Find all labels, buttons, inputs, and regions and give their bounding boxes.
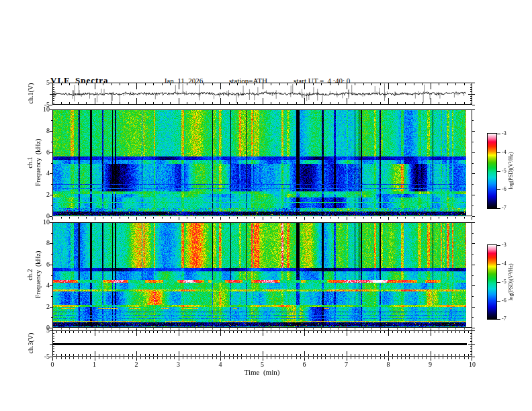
y-tick-label: 5: [30, 327, 50, 334]
x-tick-label: 0: [42, 361, 62, 369]
y-tick-label: 2: [30, 304, 50, 310]
y-tick-label: 4: [30, 170, 50, 177]
x-tick-label: 1: [85, 361, 105, 369]
y-tick-label: 8: [30, 128, 50, 134]
colorbar-tick: [497, 134, 500, 134]
x-tick-label: 3: [169, 361, 189, 369]
x-tick-label: 4: [210, 361, 230, 369]
x-tick-label: 6: [294, 361, 314, 369]
y-tick-label: 6: [30, 149, 50, 156]
x-tick-label: 10: [462, 361, 482, 369]
y-tick-label: 5: [30, 79, 50, 86]
colorbar-tick-label: -4: [502, 261, 506, 267]
colorbar-tick: [497, 301, 500, 302]
axis-ticks-overlay: [0, 0, 532, 411]
colorbar-tick-label: -6: [502, 187, 506, 192]
colorbar-tick: [497, 189, 500, 190]
x-tick-label: 5: [253, 361, 273, 369]
x-tick-label: 8: [378, 361, 398, 369]
colorbar-tick-label: -7: [502, 205, 506, 211]
colorbar-tick: [497, 282, 500, 283]
colorbar-tick: [497, 171, 500, 172]
colorbar-tick-label: -3: [502, 242, 506, 248]
colorbar-tick: [497, 245, 500, 246]
colorbar-tick: [497, 264, 500, 265]
x-tick-label: 7: [337, 361, 357, 369]
colorbar-tick: [497, 319, 500, 320]
colorbar-tick: [497, 208, 500, 209]
x-tick-label: 2: [126, 361, 146, 369]
colorbar-tick-label: -3: [502, 131, 506, 136]
y-tick-label: 6: [30, 261, 50, 268]
y-tick-label: 4: [30, 282, 50, 289]
colorbar-ch1: [488, 134, 496, 208]
colorbar-tick: [497, 152, 500, 153]
vlf-spectra-page: VLF Spectra Jan. 11, 2026 station=ATH st…: [0, 0, 532, 411]
colorbar-tick-label: -7: [502, 316, 506, 322]
y-tick-label: 2: [30, 191, 50, 198]
y-tick-label: -5: [30, 353, 50, 360]
colorbar-tick-label: -4: [502, 150, 506, 155]
x-axis-label: Time (min): [245, 368, 280, 376]
colorbar-ch2: [488, 245, 496, 319]
x-tick-label: 9: [420, 361, 441, 369]
y-tick-label: 10: [30, 219, 50, 226]
y-tick-label: 8: [30, 240, 50, 246]
colorbar-tick-label: -6: [502, 298, 506, 304]
y-tick-label: 10: [30, 106, 50, 113]
colorbar-tick-label: -5: [502, 279, 506, 285]
colorbar-tick-label: -5: [502, 169, 506, 174]
